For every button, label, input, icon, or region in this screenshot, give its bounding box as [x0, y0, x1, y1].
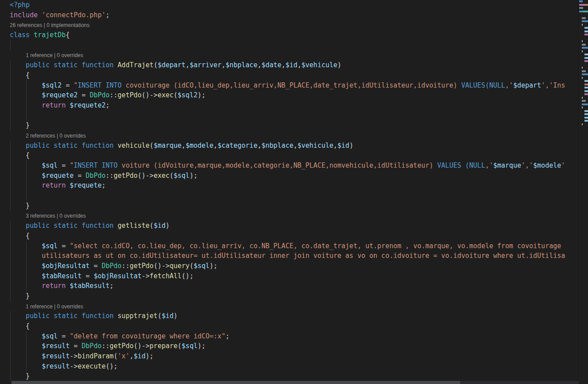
indent-guide — [26, 111, 27, 121]
code-token: fetchAll — [150, 272, 181, 280]
code-token: $id — [285, 61, 297, 69]
code-token: ) — [350, 142, 354, 150]
code-line[interactable]: public static function supptrajet($id) — [0, 311, 579, 321]
codelens-label[interactable]: 1 reference | 0 overrides — [26, 52, 83, 58]
codelens-references[interactable]: 3 references | 0 overrides — [0, 211, 579, 221]
code-line[interactable]: $sql = "delete from covoiturage where id… — [0, 331, 579, 342]
codelens-label[interactable]: 2 references | 0 overrides — [26, 133, 86, 139]
code-token: $id — [161, 312, 173, 320]
code-line[interactable]: $tabResult = $objResultat->fetchAll(); — [0, 271, 579, 281]
code-token: "delete from covoiturage where idCO=:x" — [69, 332, 225, 340]
indent-guide — [10, 111, 11, 121]
code-line[interactable]: public static function vehicule($marque,… — [0, 141, 579, 151]
code-token: { — [10, 232, 30, 240]
minimap-line — [579, 4, 588, 6]
indent-guide — [10, 361, 11, 372]
codelens-label[interactable]: 26 references | 0 implementations — [10, 22, 90, 28]
code-line[interactable]: return $requete2; — [0, 100, 579, 111]
code-line[interactable]: class trajetDb{ — [0, 30, 579, 40]
code-token: ; — [106, 11, 110, 19]
code-token: $sql — [173, 172, 189, 180]
code-line[interactable]: $sql = "select co.idCO, co.lieu_dep, co.… — [0, 241, 579, 251]
code-line[interactable]: } — [0, 201, 579, 211]
code-line[interactable]: $result->bindParam('x',$id); — [0, 351, 579, 361]
minimap-line — [579, 93, 588, 95]
code-line[interactable]: public static function getliste($id) — [0, 221, 579, 231]
minimap-line — [579, 34, 588, 35]
minimap[interactable] — [578, 0, 588, 384]
code-area[interactable]: <?phpinclude 'connectPdo.php';26 referen… — [0, 0, 579, 380]
minimap-mark — [582, 47, 588, 49]
code-line[interactable]: $requete2 = DbPdo::getPdo()->exec($sql2)… — [0, 90, 579, 100]
code-token: $id — [338, 142, 350, 150]
code-token: $marque — [154, 142, 181, 150]
code-line[interactable]: } — [0, 291, 579, 301]
horizontal-scrollbar-thumb[interactable] — [12, 381, 460, 384]
codelens-references[interactable]: 1 reference | 0 overrides — [0, 301, 579, 311]
code-token: $id — [134, 352, 146, 360]
code-line[interactable]: <?php — [0, 0, 579, 10]
code-line[interactable]: public static function AddTrajet($depart… — [0, 60, 579, 70]
minimap-line — [579, 57, 588, 59]
indent-guide — [10, 161, 11, 171]
code-line[interactable]: } — [0, 120, 579, 131]
code-line[interactable]: return $requete; — [0, 180, 579, 191]
code-token: getPdo — [130, 262, 154, 270]
code-token: , — [293, 142, 297, 150]
indent-guide — [26, 251, 27, 261]
code-token: ; — [106, 101, 110, 109]
code-token: <?php — [10, 1, 30, 9]
code-line[interactable]: { — [0, 231, 579, 241]
indent-guide — [10, 271, 11, 281]
code-line[interactable]: $requete = DbPdo::getPdo()->exec($sql); — [0, 171, 579, 181]
codelens-references[interactable]: 26 references | 0 implementations — [0, 20, 579, 30]
code-line[interactable] — [0, 191, 579, 201]
minimap-mark — [582, 100, 586, 102]
code-line[interactable]: include 'connectPdo.php'; — [0, 10, 579, 20]
code-token: ; — [226, 332, 230, 340]
code-token: $arriver — [189, 61, 221, 69]
code-line[interactable]: { — [0, 70, 579, 81]
code-token: $result — [10, 362, 69, 370]
code-line[interactable]: $sql2 = "INSERT INTO covoiturage (idCO,l… — [0, 81, 579, 91]
code-token: $modele — [533, 161, 561, 169]
indent-guide — [10, 40, 11, 50]
minimap-mark — [584, 90, 588, 92]
code-line[interactable] — [0, 40, 579, 50]
code-line[interactable]: } — [0, 371, 579, 380]
code-token: ()-> — [134, 342, 150, 350]
codelens-references[interactable]: 1 reference | 0 overrides — [0, 50, 579, 60]
codelens-label[interactable]: 1 reference | 0 overrides — [26, 303, 83, 310]
code-token: , — [257, 142, 261, 150]
minimap-line — [579, 31, 588, 32]
code-token: VALUES (NULL — [437, 161, 485, 169]
code-token: public static function — [10, 222, 118, 230]
code-token: = — [58, 332, 69, 340]
code-token: $objResultat — [94, 272, 142, 280]
code-token: ()-> — [142, 91, 158, 99]
code-line[interactable]: { — [0, 150, 579, 161]
minimap-line — [579, 120, 588, 122]
horizontal-scrollbar[interactable] — [0, 380, 579, 384]
code-token: = — [58, 161, 69, 169]
code-line[interactable]: utilisateurs as ut on co.idUtilisateur= … — [0, 251, 579, 261]
code-line[interactable]: $sql = "INSERT INTO voiture (idVoiture,m… — [0, 161, 579, 171]
code-line[interactable]: return $tabResult; — [0, 281, 579, 291]
code-token: { — [10, 71, 30, 79]
minimap-line — [579, 80, 588, 82]
code-line[interactable]: $result = DbPdo::getPdo()->prepare($sql)… — [0, 341, 579, 351]
minimap-line — [579, 11, 588, 12]
code-line[interactable]: $objResultat = DbPdo::getPdo()->query($s… — [0, 261, 579, 271]
minimap-mark — [584, 120, 588, 122]
code-token: , — [130, 352, 134, 360]
code-line[interactable] — [0, 111, 579, 121]
code-token: $id — [154, 222, 165, 230]
code-token: $result — [10, 342, 69, 350]
code-editor[interactable]: <?phpinclude 'connectPdo.php';26 referen… — [0, 0, 588, 384]
codelens-label[interactable]: 3 references | 0 overrides — [26, 213, 86, 219]
code-line[interactable]: $result->execute(); — [0, 361, 579, 372]
code-line[interactable]: { — [0, 321, 579, 331]
codelens-references[interactable]: 2 references | 0 overrides — [0, 131, 579, 141]
indent-guide — [26, 341, 27, 351]
minimap-mark — [582, 104, 588, 105]
